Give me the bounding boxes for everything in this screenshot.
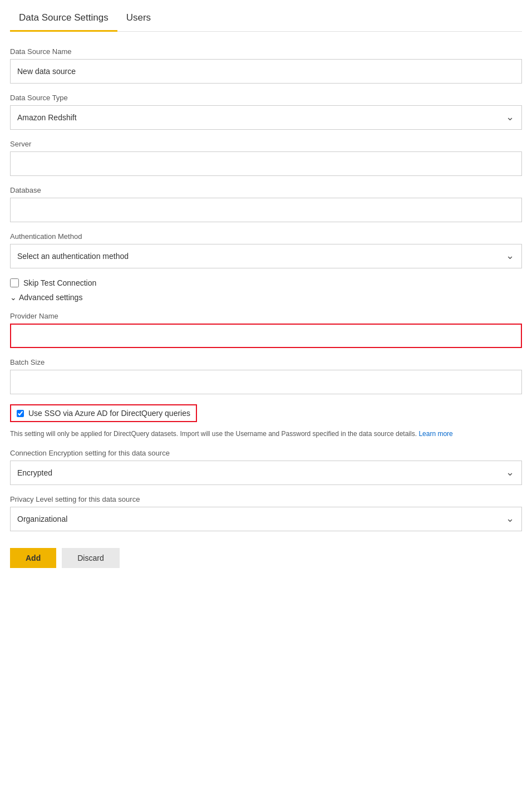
- encryption-section: Connection Encryption setting for this d…: [10, 449, 522, 485]
- auth-method-section: Authentication Method Select an authenti…: [10, 232, 522, 268]
- datasource-name-section: Data Source Name: [10, 47, 522, 84]
- database-input[interactable]: [10, 198, 522, 222]
- batch-size-input[interactable]: [10, 370, 522, 394]
- sso-note: This setting will only be applied for Di…: [10, 429, 522, 439]
- skip-test-checkbox[interactable]: [10, 278, 19, 287]
- tab-data-source-settings[interactable]: Data Source Settings: [10, 6, 117, 31]
- encryption-wrapper: Encrypted Not Encrypted Not Applicable: [10, 461, 522, 485]
- provider-name-input[interactable]: [10, 324, 522, 348]
- privacy-wrapper: Organizational Private Public None: [10, 507, 522, 531]
- provider-name-section: Provider Name: [10, 312, 522, 348]
- batch-size-section: Batch Size: [10, 358, 522, 394]
- skip-test-label[interactable]: Skip Test Connection: [23, 278, 96, 287]
- chevron-down-icon: ⌄: [10, 293, 17, 302]
- sso-checkbox[interactable]: [17, 410, 24, 417]
- button-row: Add Discard: [10, 548, 522, 568]
- tab-users[interactable]: Users: [117, 6, 160, 31]
- learn-more-link[interactable]: Learn more: [418, 430, 452, 438]
- auth-method-wrapper: Select an authentication method Basic (U…: [10, 244, 522, 268]
- datasource-type-section: Data Source Type Amazon Redshift SQL Ser…: [10, 94, 522, 130]
- datasource-type-wrapper: Amazon Redshift SQL Server Oracle MySQL …: [10, 105, 522, 130]
- encryption-label: Connection Encryption setting for this d…: [10, 449, 522, 457]
- provider-name-label: Provider Name: [10, 312, 522, 320]
- auth-method-select[interactable]: Select an authentication method Basic (U…: [10, 244, 522, 268]
- encryption-select[interactable]: Encrypted Not Encrypted Not Applicable: [10, 461, 522, 485]
- database-section: Database: [10, 186, 522, 222]
- sso-checkbox-container: Use SSO via Azure AD for DirectQuery que…: [10, 404, 197, 422]
- privacy-section: Privacy Level setting for this data sour…: [10, 495, 522, 531]
- auth-method-label: Authentication Method: [10, 232, 522, 241]
- datasource-name-label: Data Source Name: [10, 47, 522, 56]
- skip-test-row: Skip Test Connection: [10, 278, 522, 287]
- database-label: Database: [10, 186, 522, 194]
- add-button[interactable]: Add: [10, 548, 56, 568]
- discard-button[interactable]: Discard: [62, 548, 119, 568]
- advanced-settings-row[interactable]: ⌄ Advanced settings: [10, 293, 522, 302]
- sso-label[interactable]: Use SSO via Azure AD for DirectQuery que…: [28, 409, 190, 418]
- privacy-label: Privacy Level setting for this data sour…: [10, 495, 522, 503]
- sso-section: Use SSO via Azure AD for DirectQuery que…: [10, 404, 522, 439]
- privacy-select[interactable]: Organizational Private Public None: [10, 507, 522, 531]
- server-section: Server: [10, 140, 522, 176]
- tabs-header: Data Source Settings Users: [10, 0, 522, 32]
- batch-size-label: Batch Size: [10, 358, 522, 366]
- datasource-name-input[interactable]: [10, 59, 522, 84]
- datasource-type-label: Data Source Type: [10, 94, 522, 102]
- page-container: Data Source Settings Users Data Source N…: [0, 0, 532, 590]
- server-label: Server: [10, 140, 522, 148]
- server-input[interactable]: [10, 151, 522, 176]
- datasource-type-select[interactable]: Amazon Redshift SQL Server Oracle MySQL …: [10, 105, 522, 130]
- advanced-settings-label: Advanced settings: [19, 293, 82, 302]
